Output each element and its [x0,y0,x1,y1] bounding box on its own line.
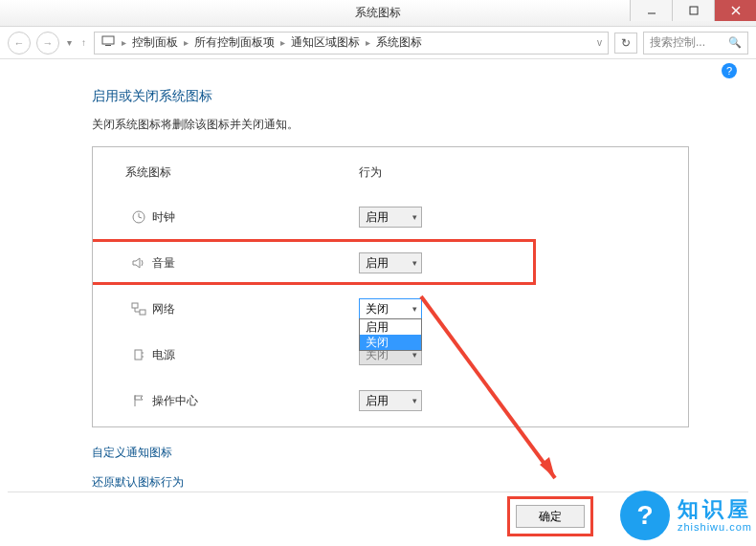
ok-button[interactable]: 确定 [516,505,585,528]
watermark-text-cn: 知识屋 [678,498,752,521]
power-icon [125,347,152,362]
page-heading: 启用或关闭系统图标 [92,88,727,105]
refresh-button[interactable]: ↻ [614,33,637,54]
clock-icon [125,209,152,225]
chevron-right-icon: ▸ [122,37,126,48]
window-title: 系统图标 [355,5,401,21]
page-subtext: 关闭系统图标将删除该图标并关闭通知。 [92,117,727,133]
minimize-button[interactable] [630,0,672,21]
window-controls [630,0,756,21]
row-network: 网络 关闭▾ 启用 关闭 [125,286,661,332]
dropdown-menu: 启用 关闭 [359,318,422,351]
row-action-center: 操作中心 启用▾ [125,378,661,424]
breadcrumb-item[interactable]: 所有控制面板项 [194,34,275,51]
row-label: 时钟 [152,209,359,226]
link-restore-defaults[interactable]: 还原默认图标行为 [92,474,727,491]
column-header-icon: 系统图标 [125,164,359,181]
search-placeholder: 搜索控制... [650,34,705,51]
watermark-icon: ? [620,491,670,540]
breadcrumb-item[interactable]: 控制面板 [132,34,178,51]
volume-icon [125,255,152,271]
chevron-down-icon: ▾ [412,396,417,405]
row-label: 电源 [152,347,359,363]
chevron-down-icon: ▾ [412,212,417,222]
dropdown-option-enable[interactable]: 启用 [360,319,421,335]
svg-rect-14 [135,350,142,360]
watermark: ? 知识屋 zhishiwu.com [620,491,752,540]
close-button[interactable] [714,0,756,21]
row-label: 网络 [152,301,359,317]
address-dropdown-icon[interactable]: v [597,37,602,48]
column-header-behavior: 行为 [359,164,661,181]
dropdown-history-icon[interactable]: ▾ [67,37,72,48]
breadcrumb-item[interactable]: 系统图标 [376,34,422,51]
behavior-select-clock[interactable]: 启用▾ [359,207,422,228]
settings-panel: 系统图标 行为 时钟 启用▾ 音量 [92,146,689,427]
behavior-select-action-center[interactable]: 启用▾ [359,390,422,411]
row-volume: 音量 启用▾ [125,240,661,286]
chevron-right-icon: ▸ [280,37,285,48]
up-button[interactable]: ↑ [81,37,86,48]
svg-rect-10 [132,303,138,308]
search-input[interactable]: 搜索控制... 🔍 [643,32,748,55]
search-icon: 🔍 [728,36,742,49]
forward-button[interactable]: → [36,32,59,55]
behavior-select-volume[interactable]: 启用▾ [359,252,422,273]
svg-rect-4 [102,36,114,44]
computer-icon [100,33,116,52]
svg-rect-11 [140,310,145,315]
flag-icon [125,393,152,408]
watermark-text-en: zhishiwu.com [678,521,752,533]
row-label: 操作中心 [152,393,359,409]
chevron-down-icon: ▾ [412,350,417,360]
chevron-down-icon: ▾ [412,258,417,268]
link-customize-icons[interactable]: 自定义通知图标 [92,445,727,461]
chevron-down-icon: ▾ [412,304,417,314]
dropdown-option-disable[interactable]: 关闭 [360,335,421,350]
maximize-button[interactable] [672,0,714,21]
network-icon [125,301,152,317]
chevron-right-icon: ▸ [184,37,189,48]
chevron-right-icon: ▸ [366,37,370,48]
svg-marker-9 [133,258,140,268]
svg-line-8 [139,217,142,218]
behavior-select-network[interactable]: 关闭▾ 启用 关闭 [359,298,422,319]
breadcrumb-item[interactable]: 通知区域图标 [291,34,360,51]
row-label: 音量 [152,255,359,272]
address-bar[interactable]: ▸ 控制面板 ▸ 所有控制面板项 ▸ 通知区域图标 ▸ 系统图标 v [94,32,609,55]
svg-rect-5 [105,45,111,46]
help-icon[interactable]: ? [722,63,737,78]
back-button[interactable]: ← [8,32,31,55]
svg-rect-1 [690,7,698,14]
annotation-highlight-ok: 确定 [507,496,593,536]
settings-scroll[interactable]: 系统图标 行为 时钟 启用▾ 音量 [93,147,688,426]
row-clock: 时钟 启用▾ [125,194,661,240]
